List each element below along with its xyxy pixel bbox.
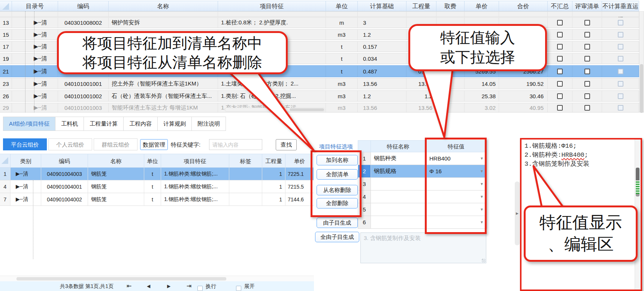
first-page-button[interactable]: ⇤ xyxy=(127,281,131,291)
table-row[interactable]: 13▶┄清040301008002钢护筒安拆1.桩径:0.8米； 2.护壁厚度.… xyxy=(0,17,644,28)
cell-no: 19 xyxy=(0,54,12,64)
checkbox-cb3[interactable] xyxy=(618,69,623,74)
checkbox-cb3[interactable] xyxy=(618,44,623,50)
checkbox-cb3[interactable] xyxy=(618,32,623,38)
subtab-1[interactable]: 个人云组价 xyxy=(48,138,92,150)
cell-base: 1.2 xyxy=(358,30,406,40)
grid-vertical-scrollbar[interactable] xyxy=(639,11,644,112)
column-header-tree: 目录号 xyxy=(12,1,58,11)
cell-total: 190.52 xyxy=(499,78,548,89)
feature-note-text: 3. 含钢筋笼制作及安装 xyxy=(364,235,421,241)
cell-tree: ▶┄清 xyxy=(12,66,58,77)
checkbox-cb2[interactable] xyxy=(584,81,590,87)
column-header-name: 名称 xyxy=(109,1,218,11)
tab-0[interactable]: AI组价/项目特征 xyxy=(3,117,55,131)
cell-feature-name[interactable]: 钢筋规格 xyxy=(371,165,426,178)
checkbox-cb1[interactable] xyxy=(557,44,563,50)
cell-cb1 xyxy=(548,78,572,89)
checkbox-cb2[interactable] xyxy=(584,93,590,99)
expand-checkbox[interactable] xyxy=(236,284,241,289)
checkbox-cb2[interactable] xyxy=(584,69,590,74)
cell-cb3 xyxy=(602,30,639,40)
cell-cb2 xyxy=(572,54,602,64)
tab-2[interactable]: 工程量计算 xyxy=(84,117,124,131)
cell-no: 4 xyxy=(0,180,10,193)
misspelled-word: HRB400 xyxy=(562,152,584,159)
table-row[interactable]: 7▶┄清040901004002钢筋笼t1.钢筋种类:螺纹钢筋;...17144… xyxy=(0,193,314,206)
next-page-button[interactable]: ▶ xyxy=(167,281,170,291)
cell-feature-name[interactable]: 钢筋种类 xyxy=(371,152,426,165)
checkbox-cb2[interactable] xyxy=(584,20,590,26)
column-header-cb3: 不计算垂直运输 xyxy=(602,1,639,11)
prev-page-button[interactable]: ◀ xyxy=(147,281,150,291)
highlight-rect-value-column xyxy=(425,138,487,234)
table-row[interactable]: 23▶┄清040101001001挖土外弃（智能环保渣土车运1KM）1.土壤类别… xyxy=(0,78,644,89)
table-row[interactable]: 1▶┄清040901004003钢筋笼t1.钢筋种类:螺纹钢筋;...17225… xyxy=(0,168,314,180)
table-row[interactable]: 26▶┄清040101001002石（砼）渣装车外弃（智能环保渣土车...1.类… xyxy=(0,90,644,102)
search-button[interactable]: 查找 xyxy=(276,139,297,150)
table-row[interactable] xyxy=(0,11,644,17)
scrollbar-thumb[interactable] xyxy=(640,64,643,113)
cell-tag xyxy=(229,168,262,180)
cell-code: 040301008002 xyxy=(58,18,109,28)
tab-4[interactable]: 计算规则 xyxy=(158,117,192,131)
checkbox-cb3[interactable] xyxy=(618,81,623,87)
checkbox-cb1[interactable] xyxy=(557,56,563,62)
grid-horizontal-scrollbar[interactable] xyxy=(225,108,325,112)
checkbox-cb2[interactable] xyxy=(584,56,590,62)
scrollbar-thumb[interactable] xyxy=(16,277,226,280)
scrollbar-thumb[interactable] xyxy=(636,168,640,180)
checkbox-cb1[interactable] xyxy=(557,20,563,26)
feature-button-4[interactable]: 由子目生成 xyxy=(317,218,358,228)
cell-feature-name[interactable] xyxy=(371,190,426,203)
subtab-2[interactable]: 群组云组价 xyxy=(94,138,137,150)
cell-cb3 xyxy=(602,78,639,89)
cell-unit: t xyxy=(326,66,358,77)
cell-unit: t xyxy=(144,180,161,193)
column-header-price: 单价 xyxy=(285,154,314,168)
checkbox-cb1[interactable] xyxy=(557,105,563,111)
cell-feature-name[interactable] xyxy=(371,216,426,229)
tab-1[interactable]: 工料机 xyxy=(55,117,84,131)
cell-feature-name[interactable] xyxy=(371,203,426,216)
tab-5[interactable]: 附注说明 xyxy=(192,117,226,131)
cell-cb1 xyxy=(548,30,572,40)
checkbox-cb3[interactable] xyxy=(618,56,623,62)
subtab-0[interactable]: 平台云组价 xyxy=(3,138,47,150)
cell-cb2 xyxy=(572,18,602,28)
data-manage-button[interactable]: 数据管理 xyxy=(140,139,168,150)
checkbox-cb1[interactable] xyxy=(557,32,563,38)
checkbox-cb1[interactable] xyxy=(557,93,563,99)
cell-base: 3 xyxy=(358,18,406,28)
last-page-button[interactable]: ⇥ xyxy=(187,281,191,291)
checkbox-cb1[interactable] xyxy=(557,69,563,74)
checkbox-cb2[interactable] xyxy=(584,105,590,111)
cell-code: 040101001002 xyxy=(58,91,109,101)
keyword-input[interactable] xyxy=(209,139,262,150)
checkbox-cb3[interactable] xyxy=(618,105,623,111)
checkbox-cb2[interactable] xyxy=(584,32,590,38)
cell-feature-name[interactable] xyxy=(371,178,426,190)
checkbox-cb3[interactable] xyxy=(618,93,623,99)
wrap-checkbox[interactable] xyxy=(197,284,203,289)
row-number: 6 xyxy=(358,216,371,229)
select-all-triangle-icon xyxy=(1,157,8,164)
panel-splitter[interactable]: ▶ xyxy=(515,182,520,245)
table-row[interactable]: 4▶┄清040901004001钢筋笼t1.钢筋种类:螺纹钢筋;...17215… xyxy=(0,180,314,193)
tab-3[interactable]: 工程内容 xyxy=(124,117,158,131)
cell-tag xyxy=(229,180,262,193)
list-horizontal-scrollbar[interactable] xyxy=(0,276,314,282)
column-header-qty: 工程量 xyxy=(262,154,285,168)
cell-tree: ▶┄清 xyxy=(12,42,58,52)
feature-button-5[interactable]: 全由子目生成 xyxy=(315,232,359,242)
pagination-bar: 共3条数据 第1页,共1页 ⇤ ◀ ▶ ⇥ 换行 展开 xyxy=(0,281,314,291)
resize-grip-icon[interactable] xyxy=(482,259,486,262)
cell-unit: m3 xyxy=(326,78,358,89)
checkbox-cb3[interactable] xyxy=(618,20,623,26)
splitter-arrow-icon: ▶ xyxy=(516,212,518,215)
feature-note-textarea[interactable]: 3. 含钢筋笼制作及安装 xyxy=(360,232,486,263)
cell-total: 40.95 xyxy=(499,103,548,112)
checkbox-cb2[interactable] xyxy=(584,44,590,50)
scrollbar-thumb[interactable] xyxy=(290,108,324,111)
checkbox-cb1[interactable] xyxy=(557,81,563,87)
